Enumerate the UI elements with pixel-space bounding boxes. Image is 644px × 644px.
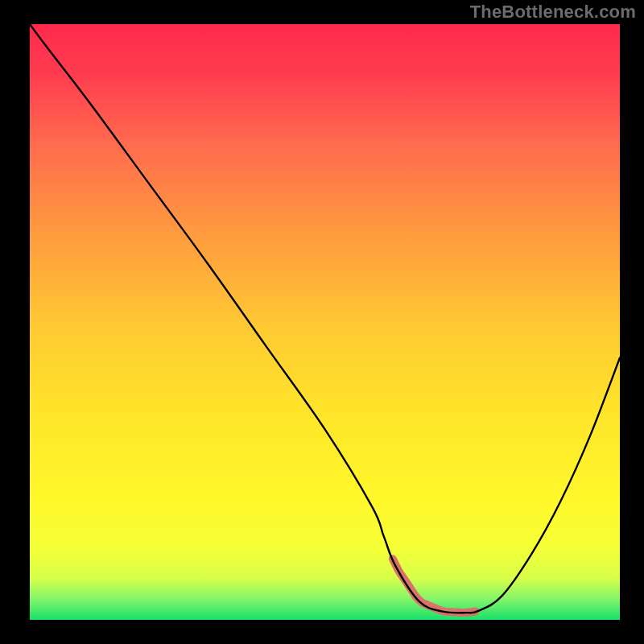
chart-svg — [0, 0, 644, 644]
watermark-text: TheBottleneck.com — [470, 2, 636, 23]
chart-container: TheBottleneck.com — [0, 0, 644, 644]
plot-background — [30, 24, 620, 620]
